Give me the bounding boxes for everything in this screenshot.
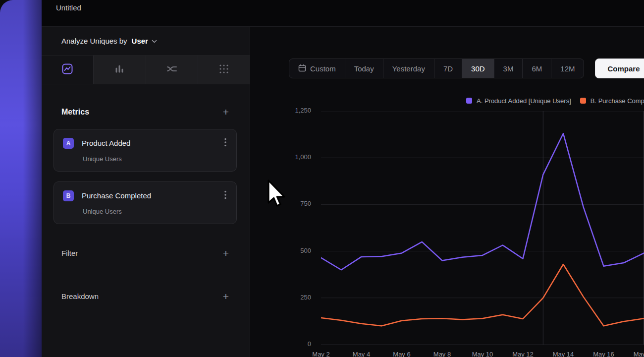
range-button-yesterday[interactable]: Yesterday xyxy=(383,59,434,78)
x-tick: May 4 xyxy=(353,351,370,357)
calendar-icon xyxy=(298,64,306,73)
metrics-title: Metrics xyxy=(61,108,89,117)
y-tick: 500 xyxy=(300,247,311,254)
breakdown-title: Breakdown xyxy=(61,292,99,300)
y-tick: 250 xyxy=(300,294,311,301)
metrics-section-header: Metrics + xyxy=(42,107,250,117)
x-tick: May 8 xyxy=(433,351,451,357)
range-button-custom[interactable]: Custom xyxy=(289,59,345,78)
legend-item-b[interactable]: B. Purchase Completed [Unique Users] xyxy=(580,97,644,105)
metric-name: Product Added xyxy=(82,139,130,147)
kebab-menu-icon[interactable] xyxy=(222,137,228,149)
y-tick: 0 xyxy=(308,340,311,348)
visualization-tab-strip xyxy=(42,56,250,84)
analyze-by-dropdown[interactable]: User xyxy=(132,37,157,45)
analyze-by-label: Analyze Uniques by xyxy=(61,37,127,45)
y-axis-labels: 1,250 1,000 750 500 250 0 xyxy=(250,107,311,350)
metric-card-a[interactable]: A Product Added Unique Users xyxy=(54,129,237,172)
date-range-selector: Custom Today Yesterday 7D 30D 3M 6M 12M xyxy=(289,59,584,78)
breakdown-section-header: Breakdown + xyxy=(42,291,250,301)
filter-section-header: Filter + xyxy=(42,248,250,258)
flow-icon xyxy=(166,63,178,77)
query-sidebar: Analyze Uniques by User xyxy=(42,27,250,357)
analyze-by-row: Analyze Uniques by User xyxy=(42,27,250,56)
x-tick: May 10 xyxy=(472,351,493,357)
x-tick: May 2 xyxy=(312,351,329,357)
add-breakdown-button[interactable]: + xyxy=(223,291,229,301)
chart-panel: Custom Today Yesterday 7D 30D 3M 6M 12M … xyxy=(250,27,644,357)
x-tick: May 18 xyxy=(634,351,644,357)
legend-item-a[interactable]: A. Product Added [Unique Users] xyxy=(466,97,571,105)
y-tick: 1,000 xyxy=(295,153,311,161)
legend-swatch-a xyxy=(466,98,472,104)
app-window: Untitled Analyze Uniques by User xyxy=(0,0,644,357)
metric-card-b[interactable]: B Purchase Completed Unique Users xyxy=(54,181,237,224)
range-button-12m[interactable]: 12M xyxy=(551,59,584,78)
analyze-by-value: User xyxy=(132,37,148,45)
tab-dot-grid[interactable] xyxy=(198,56,250,84)
range-button-7d[interactable]: 7D xyxy=(434,59,462,78)
tab-flow[interactable] xyxy=(146,56,198,84)
metric-badge-b: B xyxy=(63,190,74,201)
metric-measurement[interactable]: Unique Users xyxy=(83,208,228,215)
metric-name: Purchase Completed xyxy=(82,191,151,200)
metric-badge-a: A xyxy=(63,138,74,149)
line-chart-icon xyxy=(61,63,73,77)
y-tick: 1,250 xyxy=(295,107,311,114)
x-tick: May 12 xyxy=(512,351,534,357)
report-title[interactable]: Untitled xyxy=(56,3,81,12)
chevron-down-icon xyxy=(152,37,157,45)
metric-measurement[interactable]: Unique Users xyxy=(83,155,228,163)
add-filter-button[interactable]: + xyxy=(223,248,229,258)
range-button-6m[interactable]: 6M xyxy=(522,59,551,78)
x-tick: May 6 xyxy=(393,351,410,357)
x-tick: May 16 xyxy=(593,351,614,357)
chart-legend: A. Product Added [Unique Users] B. Purch… xyxy=(466,94,644,107)
line-chart[interactable] xyxy=(321,111,644,345)
add-metric-button[interactable]: + xyxy=(223,107,229,117)
left-decoration-strip xyxy=(0,0,42,357)
x-axis-labels: May 2 May 4 May 6 May 8 May 10 May 12 Ma… xyxy=(321,351,644,357)
tab-line-chart[interactable] xyxy=(42,56,93,84)
x-tick: May 14 xyxy=(553,351,574,357)
filter-title: Filter xyxy=(61,249,78,257)
range-button-today[interactable]: Today xyxy=(345,59,383,78)
chart-canvas[interactable] xyxy=(321,111,644,345)
kebab-menu-icon[interactable] xyxy=(222,189,228,202)
y-tick: 750 xyxy=(300,200,311,207)
tab-bar-chart[interactable] xyxy=(93,56,145,84)
legend-swatch-b xyxy=(580,98,586,104)
dot-grid-icon xyxy=(218,63,230,77)
range-button-3m[interactable]: 3M xyxy=(494,59,523,78)
compare-button[interactable]: Compare xyxy=(595,59,644,78)
range-button-30d[interactable]: 30D xyxy=(462,59,494,78)
bar-chart-icon xyxy=(113,63,125,77)
top-bar: Untitled xyxy=(42,0,644,27)
